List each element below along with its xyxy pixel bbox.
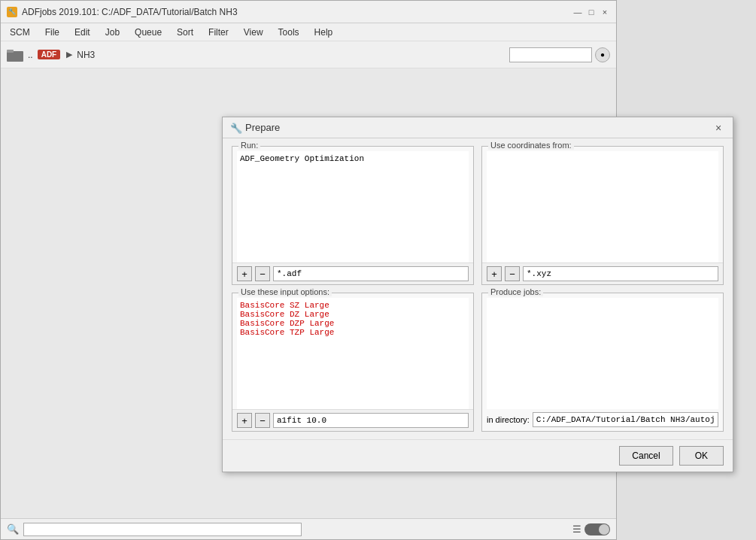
nav-arrow-icon: ▶ — [66, 50, 72, 59]
menu-edit[interactable]: Edit — [71, 26, 93, 39]
menu-help[interactable]: Help — [311, 26, 336, 39]
toolbar: .. ADF ▶ NH3 ● — [1, 41, 616, 68]
run-content-area[interactable]: ADF_Geometry Optimization — [237, 151, 469, 262]
minimize-button[interactable]: — — [572, 7, 583, 17]
coords-filter-input[interactable] — [523, 266, 718, 281]
search-go-button[interactable]: ● — [595, 47, 610, 62]
nav-nh3-label: NH3 — [77, 50, 95, 60]
coords-content-area[interactable] — [487, 151, 718, 262]
produce-dir-input[interactable] — [533, 412, 718, 427]
adf-badge: ADF — [38, 50, 61, 59]
coords-label: Use coordinates from: — [488, 141, 574, 150]
search-box: ● — [509, 47, 610, 62]
coords-panel: Use coordinates from: + − — [481, 146, 724, 285]
close-window-button[interactable]: × — [600, 7, 610, 17]
prepare-dialog: 🔧 Prepare × Run: ADF_Geometry Optimizati… — [222, 117, 733, 472]
bottom-bar: 🔍 ☰ — [1, 518, 616, 539]
dialog-title-bar: 🔧 Prepare × — [223, 117, 733, 138]
folder-icon — [7, 48, 23, 62]
input-item-0: BasisCore SZ Large — [240, 301, 466, 310]
ok-button[interactable]: OK — [679, 446, 724, 466]
dialog-body: Run: ADF_Geometry Optimization + − Use c… — [223, 138, 733, 439]
input-remove-button[interactable]: − — [255, 413, 270, 428]
maximize-button[interactable]: □ — [586, 7, 597, 17]
run-add-button[interactable]: + — [237, 266, 252, 281]
input-options-panel: Use these input options: BasisCore SZ La… — [232, 293, 474, 432]
toggle-knob — [599, 524, 609, 535]
run-remove-button[interactable]: − — [255, 266, 270, 281]
input-controls: + − — [232, 409, 473, 431]
cancel-button[interactable]: Cancel — [619, 446, 673, 466]
menu-view[interactable]: View — [241, 26, 266, 39]
input-label: Use these input options: — [238, 287, 332, 296]
produce-jobs-area — [487, 298, 718, 409]
dialog-footer: Cancel OK — [223, 439, 733, 472]
produce-dir-row: in directory: — [482, 409, 723, 430]
run-panel: Run: ADF_Geometry Optimization + − — [232, 146, 474, 285]
window-title: ADFjobs 2019.101: C:/ADF_DATA/Tutorial/B… — [22, 7, 238, 17]
menu-bar: SCM File Edit Job Queue Sort Filter View… — [1, 23, 616, 41]
svg-rect-1 — [7, 50, 14, 53]
menu-scm[interactable]: SCM — [7, 26, 33, 39]
parent-dir-label[interactable]: .. — [28, 50, 33, 60]
svg-rect-0 — [7, 51, 23, 62]
menu-sort[interactable]: Sort — [174, 26, 196, 39]
lines-icon: ☰ — [572, 523, 581, 535]
search-input[interactable] — [509, 47, 592, 62]
title-bar: 🔧 ADFjobs 2019.101: C:/ADF_DATA/Tutorial… — [1, 1, 616, 23]
menu-job[interactable]: Job — [102, 26, 123, 39]
input-add-button[interactable]: + — [237, 413, 252, 428]
coords-remove-button[interactable]: − — [505, 266, 520, 281]
run-controls: + − — [232, 262, 473, 284]
app-icon: 🔧 — [7, 7, 17, 17]
search-icon: 🔍 — [7, 523, 19, 535]
produce-dir-label: in directory: — [487, 415, 530, 424]
menu-queue[interactable]: Queue — [132, 26, 165, 39]
produce-jobs-panel: Produce jobs: in directory: — [481, 293, 724, 432]
menu-tools[interactable]: Tools — [275, 26, 302, 39]
run-label: Run: — [238, 141, 260, 150]
toggle-switch[interactable] — [584, 523, 610, 535]
input-options-area[interactable]: BasisCore SZ Large BasisCore DZ Large Ba… — [237, 298, 469, 409]
dialog-close-button[interactable]: × — [712, 121, 725, 135]
dialog-title: Prepare — [245, 122, 280, 133]
input-item-1: BasisCore DZ Large — [240, 310, 466, 319]
run-filter-input[interactable] — [273, 266, 469, 281]
input-item-2: BasisCore DZP Large — [240, 319, 466, 328]
dialog-icon: 🔧 — [230, 123, 241, 133]
coords-controls: + − — [482, 262, 723, 284]
produce-jobs-label: Produce jobs: — [488, 287, 543, 296]
run-content-text: ADF_Geometry Optimization — [240, 154, 466, 163]
input-item-3: BasisCore TZP Large — [240, 328, 466, 337]
menu-filter[interactable]: Filter — [205, 26, 232, 39]
bottom-search-input[interactable] — [23, 523, 302, 536]
menu-file[interactable]: File — [42, 26, 62, 39]
coords-add-button[interactable]: + — [487, 266, 502, 281]
input-filter-input[interactable] — [273, 413, 469, 428]
